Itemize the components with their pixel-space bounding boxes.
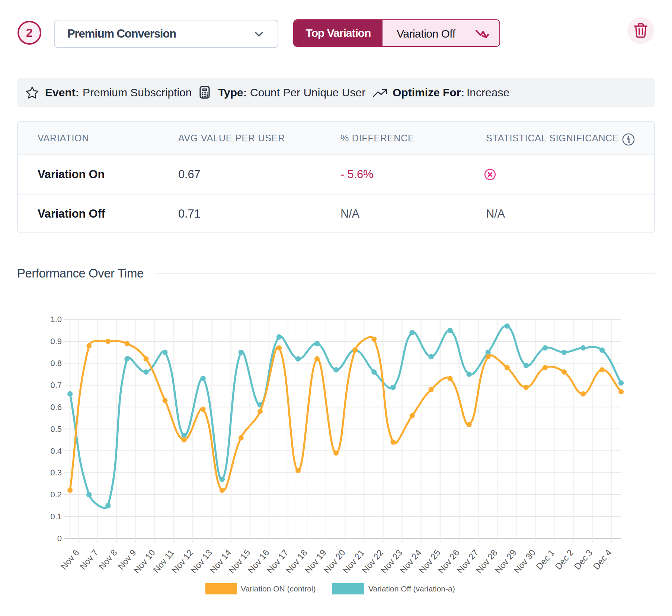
svg-text:0.9: 0.9: [50, 337, 62, 346]
svg-text:Nov 6: Nov 6: [59, 548, 81, 572]
svg-text:Dec 4: Dec 4: [591, 548, 613, 572]
svg-text:1.0: 1.0: [50, 315, 62, 324]
svg-text:0.7: 0.7: [50, 381, 62, 390]
svg-text:0.5: 0.5: [50, 424, 62, 434]
svg-text:Dec 1: Dec 1: [534, 548, 556, 572]
svg-text:0: 0: [57, 534, 62, 543]
svg-text:Dec 2: Dec 2: [553, 548, 575, 572]
svg-text:0.4: 0.4: [50, 446, 62, 456]
svg-text:Nov 30: Nov 30: [512, 548, 537, 575]
svg-text:Nov 7: Nov 7: [78, 548, 100, 572]
svg-text:Nov 10: Nov 10: [132, 548, 157, 575]
svg-text:0.1: 0.1: [50, 512, 62, 521]
svg-text:Variation Off (variation-a): Variation Off (variation-a): [368, 584, 455, 593]
svg-text:0.6: 0.6: [50, 402, 62, 412]
svg-text:0.8: 0.8: [50, 359, 62, 368]
svg-text:0.3: 0.3: [50, 468, 62, 477]
svg-text:Dec 3: Dec 3: [572, 548, 594, 572]
svg-text:0.2: 0.2: [50, 490, 62, 499]
svg-text:Variation ON (control): Variation ON (control): [241, 584, 316, 593]
svg-text:Nov 8: Nov 8: [97, 548, 119, 572]
